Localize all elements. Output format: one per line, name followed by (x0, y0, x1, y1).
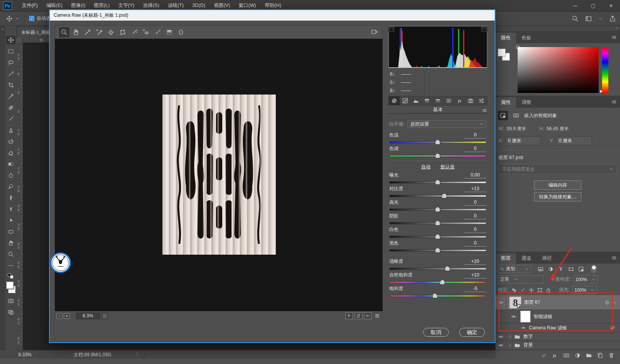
search-icon[interactable] (572, 15, 579, 22)
group-name[interactable]: 数字 (523, 333, 533, 340)
workspace-icon[interactable] (585, 15, 592, 22)
chevron-down-icon[interactable] (15, 16, 19, 21)
smart-filter-indicator-icon[interactable] (604, 300, 610, 305)
slider-value[interactable]: +20 (464, 259, 487, 265)
status-zoom-level[interactable]: 8.33% (16, 350, 40, 359)
slider-track[interactable] (389, 249, 487, 252)
collapse-panels-icon[interactable]: » (616, 26, 618, 30)
zoom-in-button[interactable]: + (64, 313, 70, 319)
adjustment-layer-icon[interactable] (574, 352, 581, 359)
pixel-filter-icon[interactable] (536, 265, 545, 273)
targeted-adjustment-tool-icon[interactable] (106, 27, 116, 37)
hue-bar[interactable] (602, 47, 608, 93)
shape-tool[interactable] (6, 228, 16, 236)
eyedropper-tool[interactable] (6, 92, 16, 101)
panel-menu-icon[interactable] (611, 99, 617, 105)
saturation-field[interactable] (518, 47, 599, 93)
gradient-tool[interactable] (6, 160, 16, 168)
zoom-tool[interactable] (6, 250, 16, 259)
slider-value[interactable]: 0 (464, 213, 487, 219)
white-balance-tool-icon[interactable] (83, 27, 93, 37)
slider-thumb[interactable] (435, 153, 440, 158)
tab-tone-curve-icon[interactable] (400, 96, 411, 105)
camera-raw-title[interactable]: Camera Raw (未标题-1_画板 1.psd) (50, 10, 495, 21)
white-balance-select[interactable]: 原照设置 (407, 120, 487, 128)
new-layer-icon[interactable] (597, 352, 603, 359)
new-group-icon[interactable] (586, 352, 592, 359)
healing-tool[interactable] (6, 103, 16, 112)
tab-paths[interactable]: 路径 (537, 253, 557, 264)
default-swap-colors[interactable] (8, 273, 14, 279)
smart-filter-mask-thumbnail[interactable] (520, 311, 530, 322)
visibility-eye-icon[interactable] (498, 343, 504, 348)
slider-value[interactable]: 0 (464, 146, 487, 152)
layer-name[interactable]: 图层 67 (524, 299, 540, 306)
color-field-marker[interactable] (516, 46, 520, 49)
link-layers-icon[interactable] (541, 352, 547, 359)
chevron-right-icon[interactable] (508, 343, 513, 348)
convert-to-linked-button[interactable]: 转换为链接对象… (534, 192, 581, 201)
slider-value[interactable]: 0 (464, 240, 487, 247)
lock-position-icon[interactable] (529, 287, 534, 293)
chevron-right-icon[interactable] (508, 334, 513, 339)
adjustment-brush-tool-icon[interactable] (153, 27, 163, 37)
slider-value[interactable]: 0.00 (464, 172, 487, 178)
group-row[interactable]: 背景 (495, 341, 620, 350)
preview-y-icon[interactable]: Y (345, 312, 353, 319)
type-filter-icon[interactable]: T (556, 265, 565, 273)
group-name[interactable]: 背景 (523, 342, 533, 348)
mask-properties-icon[interactable] (511, 111, 521, 120)
slider-thumb[interactable] (435, 207, 440, 212)
delete-layer-icon[interactable] (608, 352, 615, 359)
camera-raw-preview[interactable] (55, 39, 383, 311)
panel-collapse-strip[interactable]: » (0, 26, 5, 364)
filter-settings-icon[interactable] (610, 325, 615, 331)
transform-tool-icon[interactable] (118, 27, 128, 37)
foreground-background-swatches[interactable] (498, 49, 512, 63)
tab-effects-icon[interactable]: fx (454, 96, 465, 105)
color-sampler-tool-icon[interactable] (94, 27, 104, 37)
shadow-clipping-toggle[interactable] (388, 26, 395, 32)
ok-button[interactable]: 确定 (459, 328, 485, 337)
pen-tool[interactable] (6, 194, 16, 202)
layer-filter-select[interactable]: 类型 (498, 265, 531, 273)
tab-detail-icon[interactable] (411, 96, 422, 105)
lock-artboard-icon[interactable] (537, 287, 543, 293)
smart-object-filter-icon[interactable] (576, 265, 585, 273)
graduated-filter-tool-icon[interactable] (164, 27, 174, 37)
share-icon[interactable] (609, 15, 616, 22)
layer-mask-icon[interactable] (563, 352, 569, 359)
lock-pixels-icon[interactable] (520, 287, 525, 293)
document-tab[interactable]: 未标题-1_画板 (18, 27, 54, 38)
layer-thumbnail[interactable]: 8 (509, 297, 521, 308)
radial-filter-tool-icon[interactable] (176, 27, 186, 37)
tab-channels[interactable]: 通道 (516, 253, 537, 264)
clone-stamp-tool[interactable] (6, 126, 16, 135)
zoom-level-select[interactable]: 6.3% (76, 313, 100, 319)
swap-views-icon[interactable] (355, 312, 362, 319)
layer-row-selected[interactable]: 8 图层 67 (495, 295, 620, 310)
auto-link[interactable]: 自动 (421, 164, 430, 170)
eraser-tool[interactable] (6, 149, 16, 157)
slider-thumb[interactable] (435, 140, 440, 145)
zoom-tool-icon[interactable] (59, 27, 69, 37)
visibility-eye-icon[interactable] (511, 314, 516, 319)
hand-tool-icon[interactable] (71, 27, 81, 37)
hue-marker[interactable] (600, 90, 602, 93)
group-row[interactable]: 数字 (495, 332, 620, 341)
slider-track[interactable] (389, 222, 487, 224)
slider-value[interactable]: +13 (464, 186, 487, 192)
tab-swatches[interactable]: 色板 (516, 33, 537, 43)
shape-filter-icon[interactable] (566, 265, 575, 273)
edit-contents-button[interactable]: 编辑内容 (534, 180, 581, 190)
type-tool[interactable]: T (6, 205, 16, 214)
tab-lens-corrections-icon[interactable] (443, 96, 454, 105)
red-eye-tool-icon[interactable] (141, 27, 151, 37)
smart-filters-row[interactable]: 智能滤镜 (495, 310, 620, 324)
hand-tool[interactable] (6, 239, 16, 247)
opacity-select[interactable]: 100% (573, 275, 598, 284)
lasso-tool[interactable] (6, 58, 16, 67)
dodge-tool[interactable] (6, 182, 16, 191)
panel-menu-icon[interactable] (611, 35, 617, 40)
slider-value[interactable]: 0 (464, 132, 487, 138)
